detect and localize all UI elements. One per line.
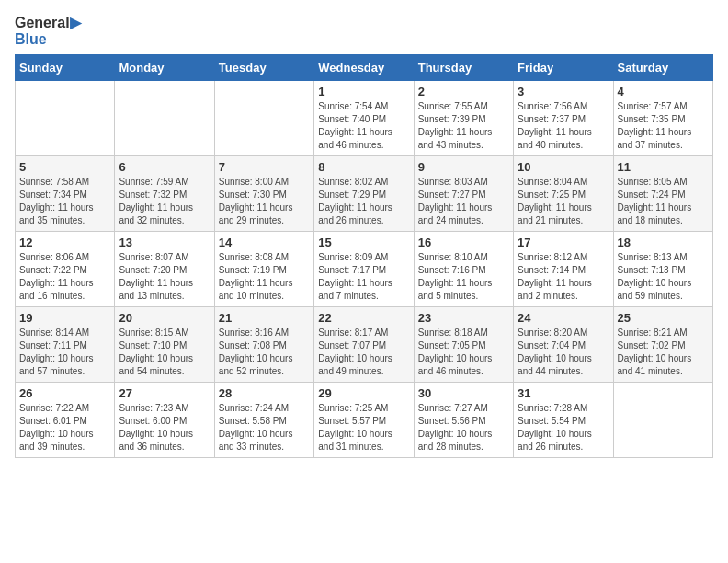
calendar-cell: 12Sunrise: 8:06 AM Sunset: 7:22 PM Dayli… xyxy=(16,232,115,307)
day-info: Sunrise: 8:10 AM Sunset: 7:16 PM Dayligh… xyxy=(418,251,509,303)
day-info: Sunrise: 8:08 AM Sunset: 7:19 PM Dayligh… xyxy=(219,251,310,303)
day-number: 23 xyxy=(418,311,509,325)
calendar-cell: 29Sunrise: 7:25 AM Sunset: 5:57 PM Dayli… xyxy=(314,383,414,458)
day-number: 9 xyxy=(418,160,509,174)
calendar-cell: 5Sunrise: 7:58 AM Sunset: 7:34 PM Daylig… xyxy=(16,156,115,232)
day-number: 3 xyxy=(518,85,609,98)
day-number: 1 xyxy=(318,85,409,98)
day-info: Sunrise: 8:18 AM Sunset: 7:05 PM Dayligh… xyxy=(418,327,509,378)
day-info: Sunrise: 7:25 AM Sunset: 5:57 PM Dayligh… xyxy=(318,402,409,454)
day-number: 16 xyxy=(418,236,509,249)
day-info: Sunrise: 8:03 AM Sunset: 7:27 PM Dayligh… xyxy=(418,176,509,227)
calendar-cell: 1Sunrise: 7:54 AM Sunset: 7:40 PM Daylig… xyxy=(314,81,414,156)
day-number: 25 xyxy=(618,311,709,325)
day-number: 20 xyxy=(119,311,210,325)
day-number: 30 xyxy=(418,386,509,400)
day-number: 2 xyxy=(418,85,509,98)
calendar-cell: 24Sunrise: 8:20 AM Sunset: 7:04 PM Dayli… xyxy=(514,307,613,383)
calendar-cell: 17Sunrise: 8:12 AM Sunset: 7:14 PM Dayli… xyxy=(514,232,613,307)
day-info: Sunrise: 7:28 AM Sunset: 5:54 PM Dayligh… xyxy=(518,402,609,454)
day-info: Sunrise: 7:24 AM Sunset: 5:58 PM Dayligh… xyxy=(219,402,310,454)
calendar-week-row: 12Sunrise: 8:06 AM Sunset: 7:22 PM Dayli… xyxy=(16,232,713,307)
day-number: 13 xyxy=(119,236,210,249)
day-info: Sunrise: 7:57 AM Sunset: 7:35 PM Dayligh… xyxy=(618,100,709,152)
calendar-cell: 27Sunrise: 7:23 AM Sunset: 6:00 PM Dayli… xyxy=(115,383,214,458)
calendar-cell xyxy=(115,81,214,156)
calendar-cell: 2Sunrise: 7:55 AM Sunset: 7:39 PM Daylig… xyxy=(414,81,513,156)
day-number: 18 xyxy=(618,236,709,249)
calendar-day-header: Sunday xyxy=(16,55,115,81)
calendar-cell: 15Sunrise: 8:09 AM Sunset: 7:17 PM Dayli… xyxy=(314,232,414,307)
day-info: Sunrise: 8:20 AM Sunset: 7:04 PM Dayligh… xyxy=(518,327,609,378)
day-number: 27 xyxy=(119,386,210,400)
calendar-week-row: 1Sunrise: 7:54 AM Sunset: 7:40 PM Daylig… xyxy=(16,81,713,156)
day-info: Sunrise: 8:04 AM Sunset: 7:25 PM Dayligh… xyxy=(518,176,609,227)
day-info: Sunrise: 8:21 AM Sunset: 7:02 PM Dayligh… xyxy=(618,327,709,378)
day-info: Sunrise: 7:59 AM Sunset: 7:32 PM Dayligh… xyxy=(119,176,210,227)
calendar-cell: 16Sunrise: 8:10 AM Sunset: 7:16 PM Dayli… xyxy=(414,232,513,307)
day-number: 10 xyxy=(518,160,609,174)
day-number: 8 xyxy=(318,160,409,174)
day-info: Sunrise: 7:54 AM Sunset: 7:40 PM Dayligh… xyxy=(318,100,409,152)
calendar-cell: 3Sunrise: 7:56 AM Sunset: 7:37 PM Daylig… xyxy=(514,81,613,156)
day-number: 29 xyxy=(318,386,409,400)
day-info: Sunrise: 8:07 AM Sunset: 7:20 PM Dayligh… xyxy=(119,251,210,303)
calendar-week-row: 5Sunrise: 7:58 AM Sunset: 7:34 PM Daylig… xyxy=(16,156,713,232)
day-number: 6 xyxy=(119,160,210,174)
calendar-day-header: Wednesday xyxy=(314,55,414,81)
day-info: Sunrise: 8:16 AM Sunset: 7:08 PM Dayligh… xyxy=(219,327,310,378)
day-info: Sunrise: 8:17 AM Sunset: 7:07 PM Dayligh… xyxy=(318,327,409,378)
day-info: Sunrise: 8:02 AM Sunset: 7:29 PM Dayligh… xyxy=(318,176,409,227)
logo: General▶ Blue xyxy=(15,15,81,47)
day-info: Sunrise: 7:22 AM Sunset: 6:01 PM Dayligh… xyxy=(19,402,110,454)
day-number: 22 xyxy=(318,311,409,325)
calendar-cell: 7Sunrise: 8:00 AM Sunset: 7:30 PM Daylig… xyxy=(214,156,313,232)
calendar-cell: 22Sunrise: 8:17 AM Sunset: 7:07 PM Dayli… xyxy=(314,307,414,383)
calendar-cell: 25Sunrise: 8:21 AM Sunset: 7:02 PM Dayli… xyxy=(613,307,712,383)
day-info: Sunrise: 8:15 AM Sunset: 7:10 PM Dayligh… xyxy=(119,327,210,378)
calendar-week-row: 26Sunrise: 7:22 AM Sunset: 6:01 PM Dayli… xyxy=(16,383,713,458)
calendar-cell: 4Sunrise: 7:57 AM Sunset: 7:35 PM Daylig… xyxy=(613,81,712,156)
day-number: 7 xyxy=(219,160,310,174)
day-info: Sunrise: 8:06 AM Sunset: 7:22 PM Dayligh… xyxy=(19,251,110,303)
calendar-day-header: Tuesday xyxy=(214,55,313,81)
day-info: Sunrise: 7:55 AM Sunset: 7:39 PM Dayligh… xyxy=(418,100,509,152)
calendar-cell xyxy=(214,81,313,156)
day-number: 26 xyxy=(19,386,110,400)
day-info: Sunrise: 8:00 AM Sunset: 7:30 PM Dayligh… xyxy=(219,176,310,227)
calendar-day-header: Monday xyxy=(115,55,214,81)
calendar-table: SundayMondayTuesdayWednesdayThursdayFrid… xyxy=(15,54,713,458)
calendar-cell: 14Sunrise: 8:08 AM Sunset: 7:19 PM Dayli… xyxy=(214,232,313,307)
day-info: Sunrise: 7:58 AM Sunset: 7:34 PM Dayligh… xyxy=(19,176,110,227)
day-number: 12 xyxy=(19,236,110,249)
calendar-cell: 19Sunrise: 8:14 AM Sunset: 7:11 PM Dayli… xyxy=(16,307,115,383)
calendar-cell xyxy=(16,81,115,156)
day-number: 31 xyxy=(518,386,609,400)
calendar-cell: 31Sunrise: 7:28 AM Sunset: 5:54 PM Dayli… xyxy=(514,383,613,458)
calendar-cell: 8Sunrise: 8:02 AM Sunset: 7:29 PM Daylig… xyxy=(314,156,414,232)
day-number: 4 xyxy=(618,85,709,98)
day-info: Sunrise: 7:56 AM Sunset: 7:37 PM Dayligh… xyxy=(518,100,609,152)
day-info: Sunrise: 8:13 AM Sunset: 7:13 PM Dayligh… xyxy=(618,251,709,303)
page-header: General▶ Blue xyxy=(15,15,713,47)
day-number: 11 xyxy=(618,160,709,174)
calendar-cell: 20Sunrise: 8:15 AM Sunset: 7:10 PM Dayli… xyxy=(115,307,214,383)
calendar-cell: 13Sunrise: 8:07 AM Sunset: 7:20 PM Dayli… xyxy=(115,232,214,307)
calendar-week-row: 19Sunrise: 8:14 AM Sunset: 7:11 PM Dayli… xyxy=(16,307,713,383)
day-info: Sunrise: 7:27 AM Sunset: 5:56 PM Dayligh… xyxy=(418,402,509,454)
day-info: Sunrise: 8:12 AM Sunset: 7:14 PM Dayligh… xyxy=(518,251,609,303)
calendar-day-header: Friday xyxy=(514,55,613,81)
calendar-cell: 28Sunrise: 7:24 AM Sunset: 5:58 PM Dayli… xyxy=(214,383,313,458)
day-number: 17 xyxy=(518,236,609,249)
calendar-day-header: Thursday xyxy=(414,55,513,81)
calendar-day-header: Saturday xyxy=(613,55,712,81)
calendar-cell: 26Sunrise: 7:22 AM Sunset: 6:01 PM Dayli… xyxy=(16,383,115,458)
day-number: 5 xyxy=(19,160,110,174)
day-number: 14 xyxy=(219,236,310,249)
calendar-cell: 6Sunrise: 7:59 AM Sunset: 7:32 PM Daylig… xyxy=(115,156,214,232)
calendar-cell: 11Sunrise: 8:05 AM Sunset: 7:24 PM Dayli… xyxy=(613,156,712,232)
calendar-cell xyxy=(613,383,712,458)
day-info: Sunrise: 8:05 AM Sunset: 7:24 PM Dayligh… xyxy=(618,176,709,227)
calendar-header-row: SundayMondayTuesdayWednesdayThursdayFrid… xyxy=(16,55,713,81)
day-info: Sunrise: 7:23 AM Sunset: 6:00 PM Dayligh… xyxy=(119,402,210,454)
